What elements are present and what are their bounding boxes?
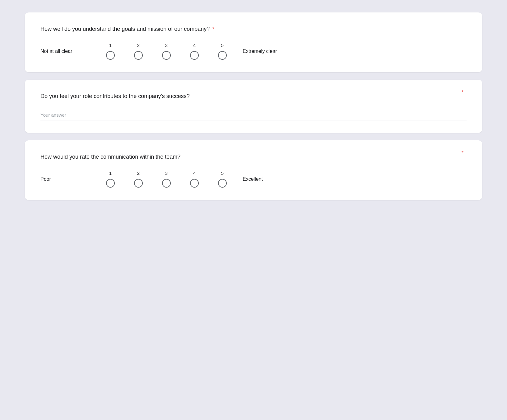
question-header-3: * How would you rate the communication w…	[40, 153, 467, 161]
scale-num-3-4: 4	[180, 170, 208, 176]
scale-radio-3-3[interactable]	[162, 179, 171, 188]
question-card-2: * Do you feel your role contributes to t…	[25, 80, 482, 133]
required-star-3: *	[462, 150, 463, 156]
scale-container-3: Poor 1 2 3 4 5	[40, 170, 467, 188]
question-card-1: How well do you understand the goals and…	[25, 12, 482, 72]
scale-label-right-1: Extremely clear	[243, 49, 289, 54]
scale-num-1-1: 1	[96, 43, 124, 48]
scale-radio-wrapper-3-1	[96, 179, 124, 188]
scale-num-3-2: 2	[124, 170, 152, 176]
scale-radio-wrapper-1-2	[124, 51, 152, 60]
scale-radio-3-2[interactable]	[134, 179, 143, 188]
scale-label-left-3: Poor	[40, 176, 96, 182]
text-input-2[interactable]	[40, 110, 467, 120]
scale-radio-3-5[interactable]	[218, 179, 227, 188]
scale-radio-wrapper-1-1	[96, 51, 124, 60]
question-label-1: How well do you understand the goals and…	[40, 26, 210, 32]
scale-radio-3-1[interactable]	[106, 179, 115, 188]
scale-options-1: 1 2 3 4 5	[96, 43, 236, 60]
scale-radio-wrapper-1-3	[152, 51, 180, 60]
scale-num-1-5: 5	[208, 43, 236, 48]
scale-radios-1	[96, 51, 236, 60]
scale-radio-1-2[interactable]	[134, 51, 143, 60]
scale-radio-wrapper-3-5	[208, 179, 236, 188]
scale-num-1-2: 2	[124, 43, 152, 48]
question-label-3: How would you rate the communication wit…	[40, 154, 180, 160]
scale-label-left-1: Not at all clear	[40, 49, 96, 54]
scale-radio-1-4[interactable]	[190, 51, 199, 60]
scale-label-right-3: Excellent	[243, 176, 289, 182]
scale-radio-wrapper-3-4	[180, 179, 208, 188]
scale-radio-wrapper-3-3	[152, 179, 180, 188]
scale-radio-1-3[interactable]	[162, 51, 171, 60]
text-input-wrapper-2	[40, 110, 467, 120]
question-text-2: Do you feel your role contributes to the…	[40, 92, 467, 100]
question-text-1: How well do you understand the goals and…	[40, 25, 467, 33]
scale-num-3-1: 1	[96, 170, 124, 176]
scale-radio-1-5[interactable]	[218, 51, 227, 60]
scale-num-1-4: 4	[180, 43, 208, 48]
required-star-1: *	[211, 26, 214, 32]
question-header-2: * Do you feel your role contributes to t…	[40, 92, 467, 100]
scale-container-1: Not at all clear 1 2 3 4 5	[40, 43, 467, 60]
scale-radio-wrapper-1-4	[180, 51, 208, 60]
question-label-2: Do you feel your role contributes to the…	[40, 93, 190, 99]
question-text-3: How would you rate the communication wit…	[40, 153, 467, 161]
scale-radio-1-1[interactable]	[106, 51, 115, 60]
scale-radio-wrapper-1-5	[208, 51, 236, 60]
scale-num-1-3: 3	[152, 43, 180, 48]
question-card-3: * How would you rate the communication w…	[25, 140, 482, 200]
scale-numbers-3: 1 2 3 4 5	[96, 170, 236, 176]
scale-num-3-5: 5	[208, 170, 236, 176]
scale-options-3: 1 2 3 4 5	[96, 170, 236, 188]
scale-numbers-1: 1 2 3 4 5	[96, 43, 236, 48]
scale-radio-3-4[interactable]	[190, 179, 199, 188]
scale-num-3-3: 3	[152, 170, 180, 176]
required-star-2: *	[462, 90, 463, 95]
scale-radios-3	[96, 179, 236, 188]
scale-radio-wrapper-3-2	[124, 179, 152, 188]
question-header-1: How well do you understand the goals and…	[40, 25, 467, 33]
